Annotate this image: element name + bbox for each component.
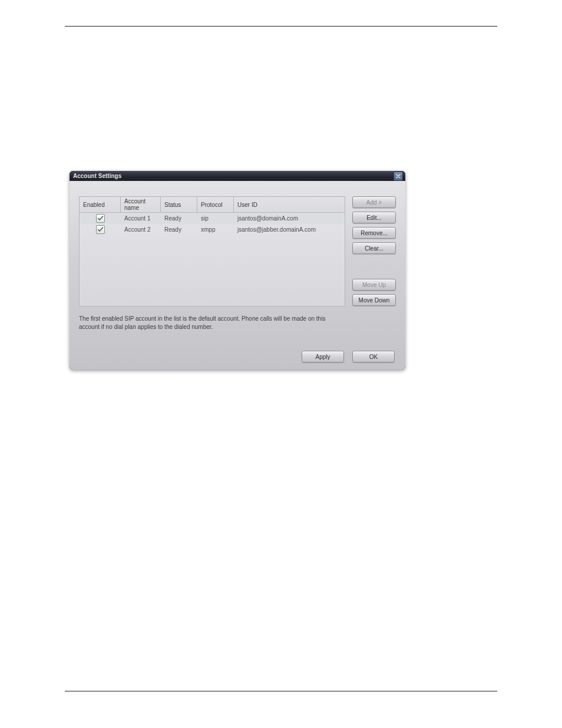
cell-status: Ready [161,224,197,235]
apply-button[interactable]: Apply [302,351,344,363]
col-header-status[interactable]: Status [161,197,197,213]
accounts-table-wrap: Enabled Account name Status Protocol Use… [79,196,345,331]
accounts-list-body[interactable]: Account 1Readysipjsantos@domainA.comAcco… [79,213,345,307]
cell-status: Ready [161,213,197,224]
table-row[interactable]: Account 1Readysipjsantos@domainA.com [80,213,345,224]
cell-account-name: Account 1 [121,213,161,224]
move-down-button[interactable]: Move Down [352,294,396,306]
close-button[interactable] [394,172,403,181]
cell-protocol: sip [197,213,234,224]
table-row[interactable]: Account 2Readyxmppjsantos@jabber.domainA… [80,224,345,235]
ok-button[interactable]: OK [352,351,395,363]
cell-user-id: jsantos@domainA.com [234,213,345,224]
default-account-hint: The first enabled SIP account in the lis… [79,315,345,331]
account-settings-dialog: Account Settings Enabled [70,171,405,370]
col-header-account-name[interactable]: Account name [121,197,161,213]
close-icon [396,174,401,179]
edit-button[interactable]: Edit... [352,212,396,223]
cell-enabled [80,224,121,235]
enabled-checkbox[interactable] [96,214,105,223]
enabled-checkbox[interactable] [96,225,105,234]
window-title: Account Settings [73,173,394,179]
cell-protocol: xmpp [197,224,234,235]
cell-account-name: Account 2 [121,224,161,235]
remove-button[interactable]: Remove... [352,227,396,239]
accounts-table[interactable]: Enabled Account name Status Protocol Use… [79,196,345,213]
table-header-row: Enabled Account name Status Protocol Use… [80,197,345,213]
cell-enabled [80,213,121,224]
titlebar[interactable]: Account Settings [70,171,405,181]
page-top-rule [65,26,497,27]
move-up-button[interactable]: Move Up [352,279,396,291]
cell-user-id: jsantos@jabber.domainA.com [234,224,345,235]
col-header-protocol[interactable]: Protocol [197,197,234,213]
side-buttons: Add > Edit... Remove... Clear... Move Up… [352,196,396,331]
add-button[interactable]: Add > [352,196,396,208]
col-header-enabled[interactable]: Enabled [80,197,121,213]
page-bottom-rule [65,691,497,691]
dialog-footer: Apply OK [79,351,396,363]
clear-button[interactable]: Clear... [352,242,396,254]
col-header-user-id[interactable]: User ID [234,197,345,213]
